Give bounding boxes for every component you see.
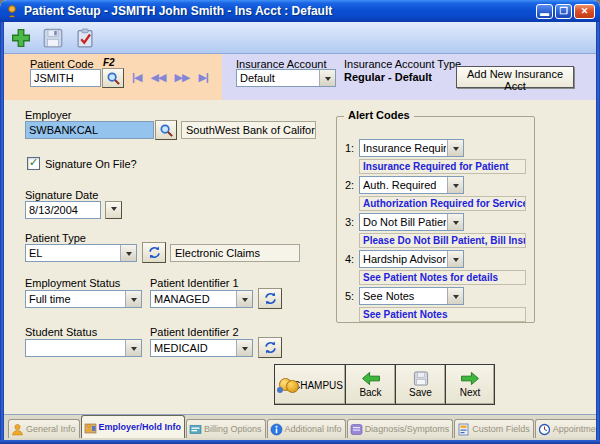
diagnosis-icon <box>350 423 363 436</box>
search-icon <box>159 123 174 138</box>
next-button[interactable]: Next <box>445 364 495 405</box>
minimize-button[interactable]: ▬ <box>536 4 553 19</box>
save-icon <box>43 28 63 48</box>
window-border-bottom <box>0 440 600 444</box>
tab-employer-hold-info[interactable]: Employer/Hold Info <box>81 415 186 438</box>
billing-icon <box>189 423 202 436</box>
patient-identifier-1-label: Patient Identifier 1 <box>150 277 239 289</box>
close-button[interactable]: ✕ <box>574 4 595 19</box>
save-icon <box>413 371 429 386</box>
tab-strip: General Info Employer/Hold Info Billing … <box>4 414 596 440</box>
champus-button[interactable]: CHAMPUS <box>274 364 346 405</box>
add-new-insurance-acct-button[interactable]: Add New Insurance Acct <box>456 66 574 88</box>
back-arrow-icon <box>361 371 381 386</box>
app-icon <box>5 4 19 18</box>
insurance-account-select[interactable]: Default <box>236 69 336 87</box>
alert-code-5-select[interactable]: See Notes <box>359 287 464 305</box>
patient-code-input[interactable] <box>30 69 101 87</box>
chevron-down-icon <box>236 340 252 356</box>
add-icon <box>11 28 31 48</box>
patient-identifier-1-select[interactable]: MANAGED <box>150 290 253 308</box>
student-status-select[interactable] <box>25 339 142 357</box>
title-bar: Patient Setup - JSMITH John Smith - Ins … <box>0 0 600 22</box>
tab-additional-info[interactable]: Additional Info <box>267 419 346 438</box>
info-icon <box>270 423 283 436</box>
chevron-down-icon <box>111 207 117 214</box>
maximize-icon: ❒ <box>559 7 567 16</box>
employment-status-label: Employment Status <box>25 277 120 289</box>
save-toolbar-button[interactable] <box>39 25 67 51</box>
alert-codes-title: Alert Codes <box>344 109 414 121</box>
back-button[interactable]: Back <box>345 364 396 405</box>
alert-code-3-number: 3: <box>345 216 354 228</box>
patient-identifier-1-refresh-button[interactable] <box>258 288 282 309</box>
patient-identifier-2-label: Patient Identifier 2 <box>150 326 239 338</box>
verify-button[interactable] <box>71 25 99 51</box>
chevron-down-icon <box>447 214 463 230</box>
toolbar <box>4 22 596 54</box>
champus-icon <box>277 376 289 394</box>
employer-label: Employer <box>25 109 71 121</box>
signature-date-dropdown-button[interactable] <box>105 201 122 219</box>
alert-code-4-number: 4: <box>345 253 354 265</box>
tab-diagnosis-symptoms[interactable]: Diagnosis/Symptoms <box>347 419 454 438</box>
alert-code-3-select[interactable]: Do Not Bill Patient <box>359 213 464 231</box>
alert-code-2-note: Authorization Required for Services <box>359 196 526 211</box>
alert-code-5-number: 5: <box>345 290 354 302</box>
signature-date-label: Signature Date <box>25 189 98 201</box>
patient-type-description-field: Electronic Claims <box>170 244 300 262</box>
alert-code-4-note: See Patient Notes for details <box>359 270 526 285</box>
employer-name-field: SouthWest Bank of California <box>181 121 316 139</box>
chevron-down-icon <box>120 245 136 261</box>
tab-appointments[interactable]: Appointments <box>535 419 596 438</box>
alert-codes-group: Alert Codes 1: Insurance Required Insura… <box>336 116 535 323</box>
nav-last-icon[interactable]: ▶| <box>198 71 208 84</box>
add-patient-button[interactable] <box>7 25 35 51</box>
refresh-icon <box>147 245 162 260</box>
save-button[interactable]: Save <box>395 364 446 405</box>
f2-shortcut-label: F2 <box>103 57 115 68</box>
patient-type-refresh-button[interactable] <box>142 242 166 263</box>
nav-previous-icon[interactable]: ◀◀ <box>151 71 166 84</box>
window-border-right <box>596 22 600 444</box>
alert-code-1-select[interactable]: Insurance Required <box>359 139 464 157</box>
alert-code-1-note: Insurance Required for Patient <box>359 159 526 174</box>
alert-code-2-number: 2: <box>345 179 354 191</box>
chevron-down-icon <box>447 288 463 304</box>
minimize-icon: ▬ <box>540 9 549 18</box>
alert-code-5-note: See Patient Notes <box>359 307 526 322</box>
window-border-left <box>0 22 4 444</box>
nav-first-icon[interactable]: |◀ <box>132 71 142 84</box>
employer-icon <box>84 421 97 434</box>
tab-billing-options[interactable]: Billing Options <box>186 419 266 438</box>
employment-status-select[interactable]: Full time <box>25 290 142 308</box>
alert-code-2-select[interactable]: Auth. Required <box>359 176 464 194</box>
patient-identifier-2-refresh-button[interactable] <box>258 337 282 358</box>
search-icon <box>106 71 121 86</box>
patient-type-label: Patient Type <box>25 232 86 244</box>
chevron-down-icon <box>125 340 141 356</box>
alert-code-4-select[interactable]: Hardship Advisory <box>359 250 464 268</box>
person-icon <box>11 423 24 436</box>
nav-next-icon[interactable]: ▶▶ <box>174 71 189 84</box>
clock-icon <box>538 423 551 436</box>
signature-on-file-label: Signature On File? <box>45 158 137 170</box>
signature-on-file-checkbox[interactable] <box>27 157 40 170</box>
employer-search-button[interactable] <box>155 120 177 140</box>
chevron-down-icon <box>447 251 463 267</box>
patient-identifier-2-select[interactable]: MEDICAID <box>150 339 253 357</box>
tab-custom-fields[interactable]: Custom Fields <box>454 419 534 438</box>
insurance-panel: Insurance Account Default Insurance Acco… <box>222 54 596 100</box>
window-title: Patient Setup - JSMITH John Smith - Ins … <box>24 4 536 18</box>
maximize-button[interactable]: ❒ <box>555 4 572 19</box>
next-arrow-icon <box>460 371 480 386</box>
chevron-down-icon <box>125 291 141 307</box>
signature-date-input[interactable] <box>25 201 101 219</box>
patient-code-panel: Patient Code F2 |◀ ◀◀ ▶▶ ▶| <box>4 54 222 100</box>
employer-code-input[interactable] <box>25 121 154 139</box>
chevron-down-icon <box>236 291 252 307</box>
patient-type-select[interactable]: EL <box>25 244 137 262</box>
header-band: Patient Code F2 |◀ ◀◀ ▶▶ ▶| Insurance Ac… <box>4 54 596 100</box>
patient-code-search-button[interactable] <box>102 68 124 88</box>
tab-general-info[interactable]: General Info <box>8 419 80 438</box>
